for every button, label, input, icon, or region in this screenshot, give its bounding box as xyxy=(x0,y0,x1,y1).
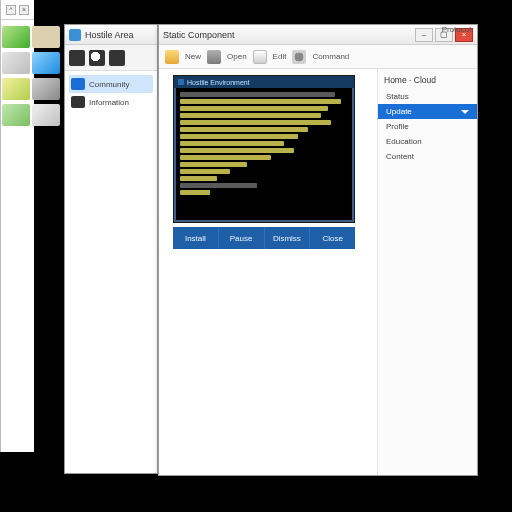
terminal-line xyxy=(180,92,335,97)
minimize-button[interactable]: – xyxy=(415,28,433,42)
terminal-line xyxy=(180,190,210,195)
edge-window-titlebar[interactable]: ^ × xyxy=(1,0,34,20)
pause-button[interactable]: Pause xyxy=(219,227,265,249)
secondary-window: Hostile Area Community Information xyxy=(64,24,158,474)
terminal-line xyxy=(180,113,321,118)
list-item-label: Information xyxy=(89,98,129,107)
desktop-icon[interactable] xyxy=(32,52,60,74)
main-window: Static Component – ▢ × New Open Edit Com… xyxy=(158,24,478,476)
terminal-line xyxy=(180,106,328,111)
side-panel-item[interactable]: Profile xyxy=(378,119,477,134)
desktop-icon[interactable] xyxy=(2,104,30,126)
main-window-title: Static Component xyxy=(163,30,235,40)
ribbon-item[interactable]: New xyxy=(185,52,201,61)
side-panel-heading: Home · Cloud xyxy=(378,73,477,89)
action-button-bar: Install Pause Dismiss Close xyxy=(173,227,355,249)
terminal-line xyxy=(180,162,247,167)
gear-icon[interactable] xyxy=(292,50,306,64)
secondary-list: Community Information xyxy=(65,71,157,473)
terminal-body xyxy=(180,92,348,195)
side-panel-item[interactable]: Status xyxy=(378,89,477,104)
desktop-icon[interactable] xyxy=(32,104,60,126)
terminal-icon xyxy=(178,79,184,85)
terminal-line xyxy=(180,148,294,153)
side-panel-item[interactable]: Update xyxy=(378,104,477,119)
desktop-icon[interactable] xyxy=(2,78,30,100)
terminal-title-text: Hostile Environment xyxy=(187,79,250,86)
folder-icon xyxy=(71,96,85,108)
terminal-line xyxy=(180,127,308,132)
main-window-titlebar[interactable]: Static Component – ▢ × xyxy=(159,25,477,45)
caret-up-icon[interactable]: ^ xyxy=(6,5,16,15)
list-item[interactable]: Information xyxy=(69,93,153,111)
terminal-preview[interactable]: Hostile Environment xyxy=(173,75,355,223)
content-area: Hostile Environment Install Pause Dismis… xyxy=(159,69,377,475)
ribbon-toolbar: New Open Edit Command Protocol xyxy=(159,45,477,69)
desktop-icon[interactable] xyxy=(2,26,30,48)
list-item[interactable]: Community xyxy=(69,75,153,93)
ribbon-right-label: Protocol xyxy=(442,25,471,34)
tool-icon[interactable] xyxy=(109,50,125,66)
disk-icon[interactable] xyxy=(207,50,221,64)
terminal-line xyxy=(180,134,298,139)
secondary-window-title: Hostile Area xyxy=(85,30,134,40)
page-icon[interactable] xyxy=(253,50,267,64)
side-panel: Home · Cloud StatusUpdateProfileEducatio… xyxy=(377,69,477,475)
desktop-icon[interactable] xyxy=(2,52,30,74)
ribbon-item[interactable]: Command xyxy=(312,52,349,61)
desktop-icon[interactable] xyxy=(32,26,60,48)
terminal-line xyxy=(180,120,331,125)
ribbon-item[interactable]: Edit xyxy=(273,52,287,61)
side-panel-item[interactable]: Content xyxy=(378,149,477,164)
terminal-line xyxy=(180,176,217,181)
folder-icon xyxy=(71,78,85,90)
list-item-label: Community xyxy=(89,80,129,89)
desktop-icons xyxy=(2,26,64,128)
close-icon[interactable]: × xyxy=(19,5,29,15)
install-button[interactable]: Install xyxy=(173,227,219,249)
terminal-title: Hostile Environment xyxy=(174,76,354,88)
secondary-window-titlebar[interactable]: Hostile Area xyxy=(65,25,157,45)
terminal-line xyxy=(180,155,271,160)
ribbon-item[interactable]: Open xyxy=(227,52,247,61)
app-icon xyxy=(69,29,81,41)
terminal-line xyxy=(180,183,257,188)
search-icon[interactable] xyxy=(89,50,105,66)
desktop-icon[interactable] xyxy=(32,78,60,100)
terminal-line xyxy=(180,141,284,146)
terminal-line xyxy=(180,99,341,104)
secondary-toolbar xyxy=(65,45,157,71)
terminal-line xyxy=(180,169,230,174)
side-panel-item[interactable]: Education xyxy=(378,134,477,149)
taskbar[interactable] xyxy=(0,498,512,512)
folder-icon[interactable] xyxy=(165,50,179,64)
tool-icon[interactable] xyxy=(69,50,85,66)
dismiss-button[interactable]: Dismiss xyxy=(265,227,311,249)
close-action-button[interactable]: Close xyxy=(310,227,355,249)
